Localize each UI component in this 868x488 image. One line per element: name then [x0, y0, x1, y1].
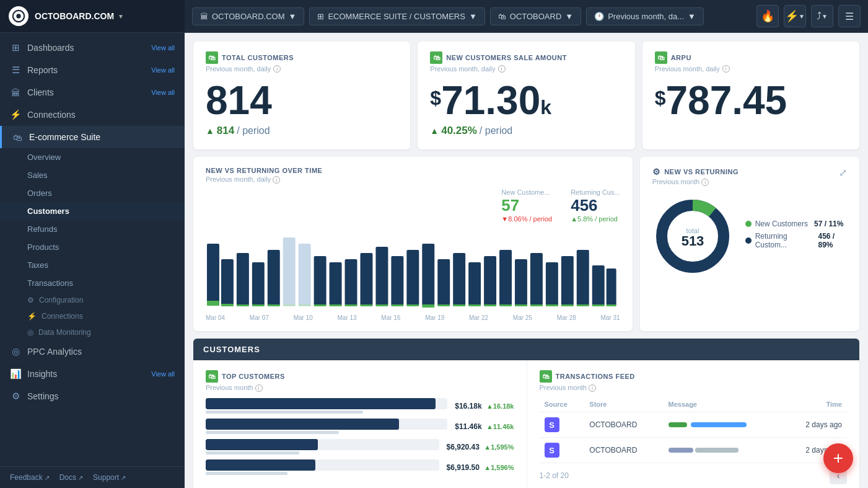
svg-rect-50 — [577, 250, 589, 306]
target-icon: ◎ — [10, 346, 21, 357]
bag-icon2: 🛍 — [430, 51, 442, 64]
sidebar-item-settings[interactable]: ⚙ Settings — [0, 385, 185, 407]
sidebar-sub-customers[interactable]: Customers — [0, 202, 185, 220]
bar-chart-card: NEW VS RETURNING OVER TIME Previous mont… — [193, 157, 633, 331]
share-button[interactable]: ⤴ ▼ — [811, 5, 833, 27]
new-customers-sale-value: $71.30k — [430, 79, 622, 122]
svg-rect-10 — [268, 250, 280, 306]
sidebar-sub-orders[interactable]: Orders — [0, 184, 185, 202]
txn-bar — [669, 422, 687, 427]
sidebar-item-dashboards[interactable]: ⊞ Dashboards View all — [0, 37, 185, 59]
suite-chevron-icon: ▼ — [469, 12, 477, 21]
svg-rect-29 — [406, 304, 419, 306]
svg-text:513: 513 — [681, 233, 704, 249]
bag-icon3: 🛍 — [655, 51, 667, 64]
svg-rect-47 — [546, 304, 558, 306]
svg-rect-41 — [499, 304, 512, 306]
sidebar-sub-transactions[interactable]: Transactions — [0, 274, 185, 292]
info-icon6[interactable]: i — [255, 384, 263, 392]
sidebar-org-button[interactable]: OCTOBOARD.COM ▼ — [35, 11, 124, 21]
svg-rect-49 — [561, 304, 574, 306]
sidebar-item-connections[interactable]: ⚡ Connections — [0, 104, 185, 126]
svg-rect-35 — [453, 304, 465, 306]
svg-rect-24 — [375, 247, 388, 306]
org-button[interactable]: 🏛 OCTOBOARD.COM ▼ — [192, 7, 304, 25]
fire-button[interactable]: 🔥 — [756, 5, 779, 27]
svg-rect-16 — [314, 256, 327, 306]
lightning-icon: ⚡ — [785, 9, 799, 23]
info-icon3[interactable]: i — [722, 65, 730, 73]
transactions-feed-card: 🛍 TRANSACTIONS FEED Previous month i Sou… — [527, 360, 860, 488]
svg-rect-26 — [391, 256, 403, 306]
info-icon[interactable]: i — [273, 65, 281, 73]
svg-rect-40 — [499, 250, 512, 306]
svg-rect-21 — [345, 304, 357, 306]
sidebar-item-ppc[interactable]: ◎ PPC Analytics — [0, 340, 185, 363]
table-row: $6,919.50 ▲1,596% — [206, 459, 514, 475]
returning-customers-dot — [745, 237, 752, 244]
topbar: 🏛 OCTOBOARD.COM ▼ ⊞ ECOMMERCE SUITE / CU… — [185, 0, 868, 33]
sidebar-sub-products[interactable]: Products — [0, 238, 185, 256]
svg-rect-4 — [221, 259, 234, 306]
sidebar-sub-datamonitoring[interactable]: ◎ Data Monitoring — [0, 324, 185, 340]
svg-rect-31 — [422, 304, 434, 308]
svg-rect-52 — [592, 265, 605, 306]
store-button[interactable]: 🛍 OCTOBOARD ▼ — [490, 7, 581, 25]
support-link[interactable]: Support ↗ — [93, 473, 126, 482]
barchart-icon: 📊 — [10, 368, 21, 379]
svg-rect-38 — [484, 256, 496, 306]
sidebar-sub-refunds[interactable]: Refunds — [0, 220, 185, 238]
svg-rect-34 — [453, 253, 465, 306]
svg-rect-54 — [607, 268, 616, 306]
lightning-button[interactable]: ⚡ ▼ — [784, 5, 806, 27]
info-icon2[interactable]: i — [498, 65, 506, 73]
expand-icon[interactable]: ⤢ — [839, 167, 847, 179]
suite-button[interactable]: ⊞ ECOMMERCE SUITE / CUSTOMERS ▼ — [309, 7, 484, 25]
svg-rect-43 — [515, 304, 527, 306]
sidebar-header: OCTOBOARD.COM ▼ — [0, 0, 185, 33]
sidebar-sub-configuration[interactable]: ⚙ Configuration — [0, 292, 185, 308]
info-icon5[interactable]: i — [701, 179, 709, 186]
svg-rect-5 — [221, 304, 234, 306]
charts-row: NEW VS RETURNING OVER TIME Previous mont… — [193, 157, 859, 331]
svg-rect-17 — [314, 304, 327, 306]
svg-rect-51 — [577, 304, 589, 306]
svg-rect-18 — [330, 262, 342, 306]
clock-icon: 🕐 — [594, 12, 604, 21]
feedback-link[interactable]: Feedback ↗ — [10, 473, 50, 482]
svg-rect-20 — [345, 259, 357, 306]
external-link-icon2: ↗ — [78, 474, 83, 481]
sidebar-nav: ⊞ Dashboards View all ☰ Reports View all… — [0, 33, 185, 411]
txn-bar2 — [691, 422, 747, 427]
svg-rect-28 — [406, 250, 419, 306]
sidebar-sub-sales[interactable]: Sales — [0, 166, 185, 184]
shopping-bag-icon: 🛍 — [12, 131, 23, 143]
txn-bar4 — [695, 448, 739, 453]
info-icon7[interactable]: i — [589, 384, 596, 392]
svg-rect-13 — [283, 304, 296, 306]
sidebar-item-ecommerce[interactable]: 🛍 E-commerce Suite — [0, 126, 185, 148]
external-link-icon3: ↗ — [121, 474, 126, 481]
building-icon: 🏛 — [10, 87, 21, 98]
transactions-table: Source Store Message Time S — [540, 398, 848, 463]
sidebar-item-reports[interactable]: ☰ Reports View all — [0, 59, 185, 81]
sidebar-sub-taxes[interactable]: Taxes — [0, 256, 185, 274]
svg-rect-53 — [592, 304, 605, 306]
docs-link[interactable]: Docs ↗ — [59, 473, 83, 482]
info-icon4[interactable]: i — [273, 176, 280, 184]
sidebar-item-clients[interactable]: 🏛 Clients View all — [0, 81, 185, 104]
add-fab-button[interactable]: + — [823, 443, 853, 473]
file-icon: ☰ — [10, 64, 21, 76]
period-button[interactable]: 🕐 Previous month, da... ▼ — [586, 7, 704, 25]
suite-icon: ⊞ — [317, 12, 324, 21]
sidebar-item-insights[interactable]: 📊 Insights View all — [0, 363, 185, 385]
svg-rect-48 — [561, 256, 574, 306]
svg-rect-6 — [237, 253, 249, 306]
sidebar-sub-overview[interactable]: Overview — [0, 148, 185, 166]
svg-point-1 — [16, 14, 20, 18]
menu-button[interactable]: ☰ — [838, 5, 861, 27]
chart-gear-icon[interactable]: ⚙ — [652, 167, 661, 177]
org-chevron-icon: ▼ — [289, 12, 297, 21]
sidebar-sub-connections[interactable]: ⚡ Connections — [0, 308, 185, 324]
store-icon: 🛍 — [498, 12, 506, 21]
